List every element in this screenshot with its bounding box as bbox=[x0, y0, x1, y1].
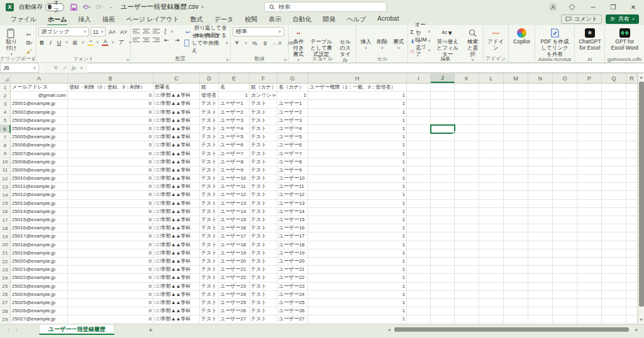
cell-C4[interactable]: □□学部▲▲学科 bbox=[153, 109, 200, 117]
row-header-14[interactable]: 14 bbox=[0, 191, 11, 199]
cell-E29[interactable]: ユーザー27 bbox=[219, 315, 250, 324]
cell-R24[interactable] bbox=[626, 274, 638, 282]
cell-N26[interactable] bbox=[528, 291, 553, 299]
cell-P21[interactable] bbox=[577, 249, 602, 258]
cell-P23[interactable] bbox=[577, 266, 602, 274]
cell-F29[interactable]: テスト bbox=[250, 315, 277, 324]
cell-O21[interactable] bbox=[553, 249, 577, 258]
cell-L7[interactable] bbox=[479, 133, 504, 141]
cell-R5[interactable] bbox=[626, 117, 638, 125]
cell-R1[interactable] bbox=[626, 84, 638, 92]
cell-M3[interactable] bbox=[504, 100, 528, 108]
alignment-dialog-launcher-icon[interactable]: ⇲ bbox=[226, 57, 229, 62]
menu-tab-ファイル[interactable]: ファイル bbox=[5, 14, 42, 26]
prev-sheet-icon[interactable]: ‹ bbox=[8, 327, 9, 333]
cell-E9[interactable]: ユーザー7 bbox=[219, 150, 250, 158]
cell-L19[interactable] bbox=[479, 232, 504, 241]
cell-I15[interactable] bbox=[407, 200, 431, 208]
cell-A10[interactable]: 25008@example.jp bbox=[11, 158, 68, 166]
cell-D16[interactable]: テスト bbox=[200, 208, 219, 216]
row-header-17[interactable]: 17 bbox=[0, 216, 11, 224]
cell-G21[interactable]: ユーザー19 bbox=[277, 249, 308, 258]
cell-E1[interactable]: 名 bbox=[219, 84, 250, 92]
col-header-H[interactable]: H bbox=[308, 74, 407, 83]
cell-E2[interactable]: 1 bbox=[219, 92, 250, 100]
cell-I11[interactable] bbox=[407, 166, 431, 175]
cell-M12[interactable] bbox=[504, 175, 528, 183]
underline-button[interactable]: U bbox=[56, 40, 63, 46]
cell-F26[interactable]: テスト bbox=[250, 291, 277, 299]
cell-B24[interactable]: 0 bbox=[68, 274, 153, 282]
number-format-select[interactable]: 標準˅ bbox=[233, 27, 284, 36]
cell-D15[interactable]: テスト bbox=[200, 200, 219, 208]
cell-I7[interactable] bbox=[407, 133, 431, 141]
cell-E16[interactable]: ユーザー14 bbox=[219, 208, 250, 216]
number-dialog-launcher-icon[interactable]: ⇲ bbox=[284, 57, 287, 62]
cell-M25[interactable] bbox=[504, 283, 528, 291]
cell-G26[interactable]: ユーザー24 bbox=[277, 291, 308, 299]
row-header-3[interactable]: 3 bbox=[0, 100, 11, 108]
cell-G20[interactable]: ユーザー18 bbox=[277, 241, 308, 249]
cell-I12[interactable] bbox=[407, 175, 431, 183]
cell-D9[interactable]: テスト bbox=[200, 150, 219, 158]
cell-H19[interactable]: 1 bbox=[308, 232, 407, 241]
cell-N14[interactable] bbox=[528, 191, 553, 199]
cell-M19[interactable] bbox=[504, 232, 528, 241]
cell-P5[interactable] bbox=[577, 117, 602, 125]
gpt-for-excel-word-button[interactable]: ⋕⋕ GPT for Excel Word bbox=[607, 27, 642, 52]
format-cells-button[interactable]: 書式˅ bbox=[391, 27, 406, 52]
cell-A2[interactable]: @gmail.com bbox=[11, 92, 68, 100]
row-header-20[interactable]: 20 bbox=[0, 241, 11, 249]
cell-N22[interactable] bbox=[528, 258, 553, 266]
cell-F3[interactable]: テスト bbox=[250, 100, 277, 108]
cell-J12[interactable] bbox=[431, 175, 455, 183]
cell-L11[interactable] bbox=[479, 166, 504, 175]
cell-K10[interactable] bbox=[455, 158, 479, 166]
cell-H20[interactable]: 1 bbox=[308, 241, 407, 249]
cell-Q9[interactable] bbox=[602, 150, 626, 158]
cell-D29[interactable]: テスト bbox=[200, 315, 219, 324]
cell-K27[interactable] bbox=[455, 299, 479, 307]
cell-G25[interactable]: ユーザー23 bbox=[277, 283, 308, 291]
cell-A11[interactable]: 25009@example.jp bbox=[11, 166, 68, 175]
cell-G16[interactable]: ユーザー14 bbox=[277, 208, 308, 216]
cell-D21[interactable]: テスト bbox=[200, 249, 219, 258]
cell-A20[interactable]: 25018@example.jp bbox=[11, 241, 68, 249]
cell-I17[interactable] bbox=[407, 216, 431, 224]
sheet-tab-active[interactable]: ユーザー一括登録履歴 bbox=[39, 325, 114, 335]
cell-D17[interactable]: テスト bbox=[200, 216, 219, 224]
cell-C25[interactable]: □□学部▲▲学科 bbox=[153, 283, 200, 291]
cell-R26[interactable] bbox=[626, 291, 638, 299]
cell-Q19[interactable] bbox=[602, 232, 626, 241]
row-header-12[interactable]: 12 bbox=[0, 175, 11, 183]
cell-D3[interactable]: テスト bbox=[200, 100, 219, 108]
cell-K22[interactable] bbox=[455, 258, 479, 266]
cell-B7[interactable]: 0 bbox=[68, 133, 153, 141]
cell-N17[interactable] bbox=[528, 216, 553, 224]
cell-I13[interactable] bbox=[407, 183, 431, 191]
cell-M6[interactable] bbox=[504, 125, 528, 133]
cell-M17[interactable] bbox=[504, 216, 528, 224]
cell-A9[interactable]: 25007@example.jp bbox=[11, 150, 68, 158]
merge-center-button[interactable]: セルを結合して中央揃え ˅ bbox=[184, 38, 228, 48]
cell-E22[interactable]: ユーザー20 bbox=[219, 258, 250, 266]
cell-B10[interactable]: 0 bbox=[68, 158, 153, 166]
cell-K17[interactable] bbox=[455, 216, 479, 224]
cell-B28[interactable]: 0 bbox=[68, 307, 153, 315]
cell-R4[interactable] bbox=[626, 109, 638, 117]
cell-E14[interactable]: ユーザー12 bbox=[219, 191, 250, 199]
menu-tab-挿入[interactable]: 挿入 bbox=[72, 14, 96, 26]
cell-F13[interactable]: テスト bbox=[250, 183, 277, 191]
cell-C21[interactable]: □□学部▲▲学科 bbox=[153, 249, 200, 258]
cell-G28[interactable]: ユーザー26 bbox=[277, 307, 308, 315]
cell-M21[interactable] bbox=[504, 249, 528, 258]
cell-N2[interactable] bbox=[528, 92, 553, 100]
cell-D10[interactable]: テスト bbox=[200, 158, 219, 166]
cell-N3[interactable] bbox=[528, 100, 553, 108]
cell-P7[interactable] bbox=[577, 133, 602, 141]
cell-P16[interactable] bbox=[577, 208, 602, 216]
cell-Q18[interactable] bbox=[602, 224, 626, 232]
cell-O14[interactable] bbox=[553, 191, 577, 199]
cell-I21[interactable] bbox=[407, 249, 431, 258]
cell-P24[interactable] bbox=[577, 274, 602, 282]
